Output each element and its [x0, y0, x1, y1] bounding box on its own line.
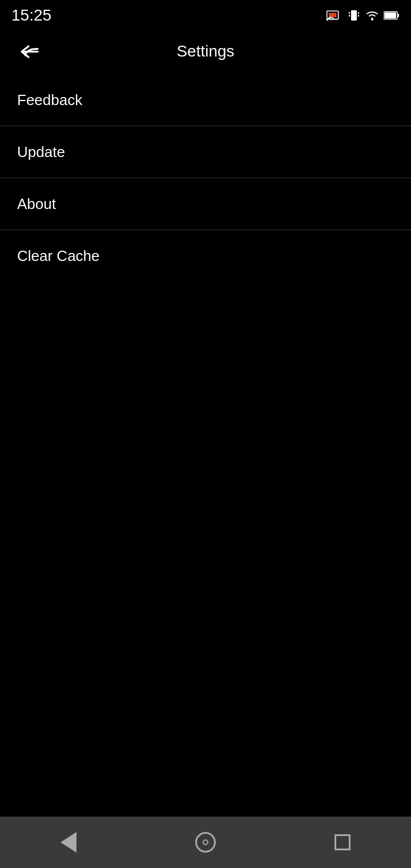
nav-home-icon-inner [203, 839, 208, 845]
nav-bar [0, 817, 411, 868]
feedback-menu-item[interactable]: Feedback [0, 74, 411, 126]
nav-recents-button[interactable] [320, 825, 365, 859]
svg-rect-10 [397, 14, 399, 17]
svg-rect-5 [349, 15, 350, 17]
svg-rect-6 [358, 12, 359, 14]
status-icons [327, 9, 400, 22]
nav-back-icon [61, 832, 76, 853]
status-time: 15:25 [11, 6, 51, 25]
battery-icon [384, 11, 400, 20]
svg-rect-11 [384, 13, 396, 18]
nav-home-button[interactable] [183, 825, 228, 859]
svg-rect-7 [358, 15, 359, 17]
nav-recents-icon [335, 834, 350, 850]
svg-rect-4 [349, 12, 350, 14]
app-header: Settings [0, 29, 411, 74]
page-title: Settings [176, 42, 234, 61]
status-bar: 15:25 [0, 0, 411, 29]
nav-home-icon [195, 832, 216, 853]
cast-icon [327, 10, 342, 21]
settings-menu: Feedback Update About Clear Cache [0, 74, 411, 817]
nav-back-button[interactable] [46, 825, 91, 859]
update-menu-item[interactable]: Update [0, 126, 411, 178]
svg-rect-1 [329, 13, 336, 18]
svg-rect-3 [351, 10, 357, 21]
back-button[interactable] [11, 34, 46, 69]
about-menu-item[interactable]: About [0, 178, 411, 230]
clear-cache-menu-item[interactable]: Clear Cache [0, 230, 411, 282]
vibrate-icon [347, 9, 361, 22]
wifi-icon [365, 10, 379, 21]
svg-point-8 [371, 18, 373, 21]
